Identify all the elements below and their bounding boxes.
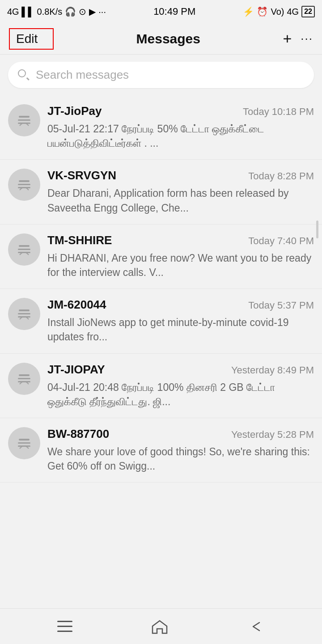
status-left: 4G ▌▌ 0.8K/s 🎧 ⊙ ▶ ···: [7, 6, 106, 17]
status-bar: 4G ▌▌ 0.8K/s 🎧 ⊙ ▶ ··· 10:49 PM ⚡ ⏰ Vo) …: [0, 0, 322, 23]
app-header: Edit Messages + ···: [0, 23, 322, 55]
svg-rect-15: [19, 439, 30, 441]
message-time: Today 8:28 PM: [248, 170, 314, 182]
avatar: [8, 104, 40, 136]
status-right: ⚡ ⏰ Vo) 4G 22: [243, 6, 315, 17]
message-time: Yesterday 5:28 PM: [231, 429, 314, 441]
alarm-icon: ⏰: [257, 6, 268, 17]
avatar: [8, 298, 40, 330]
svg-rect-0: [19, 116, 30, 118]
svg-rect-6: [19, 245, 30, 247]
svg-rect-10: [18, 313, 30, 314]
message-content: TM-SHHIRE Today 7:40 PM Hi DHARANI, Are …: [47, 233, 314, 280]
message-header-row: BW-887700 Yesterday 5:28 PM: [47, 427, 314, 441]
list-item[interactable]: VK-SRVGYN Today 8:28 PM Dear Dharani, Ap…: [0, 160, 322, 224]
sender-name: JT-JioPay: [47, 104, 102, 118]
svg-rect-3: [19, 180, 30, 182]
lte-icon: 4G: [287, 7, 299, 17]
message-content: JT-JioPay Today 10:18 PM 05-Jul-21 22:17…: [47, 104, 314, 150]
sender-name: BW-887700: [47, 427, 109, 441]
sender-name: TM-SHHIRE: [47, 233, 112, 247]
bluetooth-icon: ⚡: [243, 6, 254, 17]
avatar: [8, 169, 40, 201]
message-header-row: JT-JioPay Today 10:18 PM: [47, 104, 314, 118]
search-icon: [18, 69, 30, 81]
more-options-button[interactable]: ···: [301, 32, 313, 46]
header-actions: + ···: [283, 30, 313, 47]
message-header-row: TM-SHHIRE Today 7:40 PM: [47, 233, 314, 247]
message-header-row: VK-SRVGYN Today 8:28 PM: [47, 169, 314, 182]
message-list: JT-JioPay Today 10:18 PM 05-Jul-21 22:17…: [0, 95, 322, 608]
message-preview: 05-Jul-21 22:17 நேரப்படி 50% டேட்டா ஒதுக…: [47, 122, 314, 150]
message-time: Yesterday 8:49 PM: [231, 364, 314, 376]
svg-rect-13: [18, 378, 30, 379]
whatsapp-icon: ⊙: [79, 6, 86, 17]
menu-button[interactable]: [57, 619, 72, 634]
list-item[interactable]: JT-JIOPAY Yesterday 8:49 PM 04-Jul-21 20…: [0, 354, 322, 418]
battery-indicator: 22: [301, 6, 315, 17]
search-container: Search messages: [0, 55, 322, 95]
youtube-icon: ▶: [89, 6, 96, 17]
sender-name: VK-SRVGYN: [47, 169, 116, 182]
avatar: [8, 427, 40, 459]
speed-text: 0.8K/s: [37, 7, 63, 17]
message-content: VK-SRVGYN Today 8:28 PM Dear Dharani, Ap…: [47, 169, 314, 215]
home-button[interactable]: [151, 619, 169, 634]
message-time: Today 7:40 PM: [248, 235, 314, 247]
page-title: Messages: [136, 31, 200, 47]
message-content: JM-620044 Today 5:37 PM Install JioNews …: [47, 298, 314, 344]
signal-text: 4G ▌▌: [7, 7, 34, 17]
svg-rect-16: [18, 442, 30, 444]
svg-rect-1: [18, 119, 30, 121]
volte-icon: Vo): [271, 7, 284, 17]
list-item[interactable]: JM-620044 Today 5:37 PM Install JioNews …: [0, 289, 322, 353]
search-placeholder: Search messages: [36, 68, 129, 82]
message-content: JT-JIOPAY Yesterday 8:49 PM 04-Jul-21 20…: [47, 363, 314, 409]
edit-button[interactable]: Edit: [9, 28, 54, 50]
svg-rect-4: [18, 184, 30, 185]
avatar: [8, 233, 40, 266]
more-icon: ···: [98, 7, 106, 17]
message-header-row: JT-JIOPAY Yesterday 8:49 PM: [47, 363, 314, 377]
bottom-navigation: [0, 608, 322, 644]
svg-rect-7: [18, 249, 30, 250]
list-item[interactable]: TM-SHHIRE Today 7:40 PM Hi DHARANI, Are …: [0, 225, 322, 289]
back-button[interactable]: [247, 619, 265, 634]
compose-button[interactable]: +: [283, 30, 292, 47]
status-time: 10:49 PM: [153, 6, 195, 17]
message-preview: Hi DHARANI, Are you free now? We want yo…: [47, 251, 314, 280]
sender-name: JM-620044: [47, 298, 106, 312]
avatar: [8, 363, 40, 395]
message-time: Today 5:37 PM: [248, 300, 314, 311]
headset-icon: 🎧: [65, 6, 76, 17]
message-preview: We share your love of good things! So, w…: [47, 445, 314, 473]
message-content: BW-887700 Yesterday 5:28 PM We share you…: [47, 427, 314, 473]
message-preview: 04-Jul-21 20:48 நேரப்படி 100% தினசரி 2 G…: [47, 380, 314, 409]
message-header-row: JM-620044 Today 5:37 PM: [47, 298, 314, 312]
search-bar[interactable]: Search messages: [8, 62, 314, 88]
list-item[interactable]: JT-JioPay Today 10:18 PM 05-Jul-21 22:17…: [0, 95, 322, 160]
svg-rect-9: [19, 309, 30, 311]
sender-name: JT-JIOPAY: [47, 363, 105, 377]
message-preview: Install JioNews app to get minute-by-min…: [47, 315, 314, 344]
list-item[interactable]: BW-887700 Yesterday 5:28 PM We share you…: [0, 418, 322, 483]
message-preview: Dear Dharani, Application form has been …: [47, 186, 314, 215]
svg-rect-12: [19, 374, 30, 376]
scroll-indicator: [316, 220, 318, 238]
message-time: Today 10:18 PM: [243, 106, 314, 118]
